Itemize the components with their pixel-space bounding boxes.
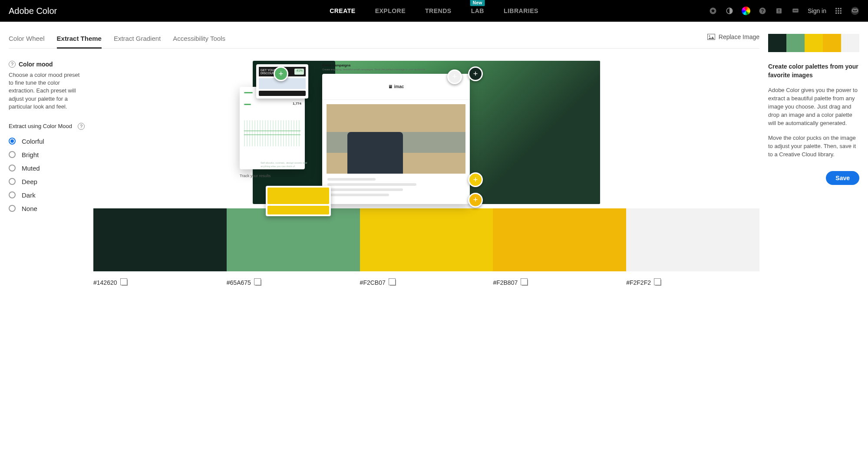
- nav-lab[interactable]: New LAB: [471, 7, 484, 14]
- mood-label: Bright: [22, 151, 39, 158]
- hex-cell-1: #65A675: [227, 279, 360, 286]
- svg-rect-18: [838, 13, 839, 14]
- right-panel: Create color palettes from your favorite…: [759, 22, 859, 286]
- nav-explore[interactable]: EXPLORE: [375, 7, 406, 14]
- left-column: Color Wheel Extract Theme Extract Gradie…: [9, 22, 759, 286]
- content-row: ? Color mood Choose a color mood preset …: [9, 61, 759, 286]
- image-preview[interactable]: Email campaigns Create engaging, beautif…: [253, 61, 600, 204]
- nav-create[interactable]: CREATE: [330, 7, 356, 14]
- hex-row: #142620#65A675#F2CB07#F2B807#F2F2F2: [93, 279, 759, 286]
- hex-value: #F2B807: [493, 279, 518, 286]
- swatch-0[interactable]: [93, 208, 227, 271]
- radio-icon: [9, 178, 16, 185]
- svg-point-9: [795, 10, 796, 11]
- color-puck-0[interactable]: +: [274, 66, 288, 81]
- svg-point-8: [794, 10, 795, 11]
- svg-rect-5: [779, 9, 779, 11]
- mini-swatch-3[interactable]: [823, 34, 841, 52]
- app-logo[interactable]: Adobe Color: [9, 6, 57, 16]
- color-wheel-icon[interactable]: [742, 7, 750, 15]
- apps-icon[interactable]: [834, 7, 843, 15]
- mood-option-muted[interactable]: Muted: [9, 165, 85, 172]
- hex-cell-0: #142620: [93, 279, 227, 286]
- nav-trends[interactable]: TRENDS: [425, 7, 452, 14]
- copy-icon[interactable]: [390, 280, 396, 286]
- subnav-accessibility[interactable]: Accessibility Tools: [173, 30, 225, 48]
- side-desc: Choose a color mood preset to fine tune …: [9, 71, 85, 111]
- mood-list: ColorfulBrightMutedDeepDarkNone: [9, 138, 85, 212]
- cc-icon[interactable]: [851, 7, 859, 15]
- svg-rect-16: [840, 10, 842, 12]
- mock-yellow-card: [266, 186, 331, 216]
- radio-icon: [9, 191, 16, 198]
- mood-label: Muted: [22, 165, 40, 172]
- mock-email-text: Email campaigns Create engaging, beautif…: [322, 63, 435, 72]
- svg-rect-17: [835, 13, 837, 14]
- swatch-4[interactable]: [626, 208, 759, 271]
- mock-dark-sub: Sell ebooks, courses, design assets and …: [261, 161, 317, 168]
- replace-image-button[interactable]: Replace Image: [707, 33, 759, 45]
- image-icon: [707, 34, 715, 40]
- side-title: Color mood: [19, 61, 53, 68]
- copy-icon[interactable]: [255, 280, 261, 286]
- color-puck-2[interactable]: +: [468, 66, 483, 81]
- center-column: Email campaigns Create engaging, beautif…: [93, 61, 759, 286]
- info-icon[interactable]: ?: [9, 61, 16, 68]
- subnav-extract-gradient[interactable]: Extract Gradient: [114, 30, 161, 48]
- mood-label: Colorful: [22, 138, 44, 145]
- chat-icon[interactable]: [791, 7, 800, 15]
- svg-rect-11: [835, 8, 837, 9]
- subnav-wheel[interactable]: Color Wheel: [9, 30, 45, 48]
- svg-rect-12: [838, 8, 839, 9]
- color-puck-3[interactable]: +: [468, 172, 483, 187]
- sidebar: ? Color mood Choose a color mood preset …: [9, 61, 85, 286]
- radio-icon: [9, 138, 16, 145]
- subnav-extract-theme[interactable]: Extract Theme: [57, 30, 102, 48]
- side-title-row: ? Color mood: [9, 61, 85, 68]
- main-nav: CREATE EXPLORE TRENDS New LAB LIBRARIES: [330, 7, 538, 14]
- save-button[interactable]: Save: [826, 171, 859, 185]
- sign-in-link[interactable]: Sign in: [808, 7, 826, 14]
- svg-point-10: [796, 10, 797, 11]
- swatch-2[interactable]: [360, 208, 493, 271]
- subnav-row: Color Wheel Extract Theme Extract Gradie…: [9, 30, 759, 49]
- hex-value: #142620: [93, 279, 117, 286]
- svg-rect-14: [835, 10, 837, 12]
- radio-icon: [9, 151, 16, 158]
- nav-lab-badge: New: [470, 0, 485, 6]
- mood-label: Deep: [22, 178, 37, 185]
- mini-swatch-2[interactable]: [805, 34, 823, 52]
- help-icon[interactable]: ?: [78, 123, 85, 130]
- mini-swatch-4[interactable]: [841, 34, 859, 52]
- nav-libraries[interactable]: LIBRARIES: [504, 7, 538, 14]
- hex-cell-2: #F2CB07: [360, 279, 493, 286]
- copy-icon[interactable]: [655, 280, 661, 286]
- hex-cell-3: #F2B807: [493, 279, 626, 286]
- swatch-1[interactable]: [227, 208, 360, 271]
- radio-icon: [9, 205, 16, 212]
- color-puck-1[interactable]: +: [447, 69, 462, 84]
- copy-icon[interactable]: [122, 280, 128, 286]
- mood-option-bright[interactable]: Bright: [9, 151, 85, 158]
- help-icon[interactable]: ?: [758, 7, 767, 15]
- svg-rect-15: [838, 10, 839, 12]
- radio-icon: [9, 165, 16, 171]
- swatch-row: [93, 208, 759, 271]
- mini-swatch-0[interactable]: [768, 34, 786, 52]
- mood-option-colorful[interactable]: Colorful: [9, 138, 85, 145]
- star-icon[interactable]: [709, 7, 717, 15]
- mock-dark-heading: Sell digital products: [261, 156, 294, 160]
- swatch-3[interactable]: [493, 208, 626, 271]
- mock-photo: [327, 104, 465, 174]
- mood-label: Dark: [22, 191, 36, 199]
- color-puck-4[interactable]: +: [468, 193, 483, 208]
- mini-swatch-1[interactable]: [786, 34, 805, 52]
- page: Color Wheel Extract Theme Extract Gradie…: [0, 22, 868, 286]
- mood-option-deep[interactable]: Deep: [9, 178, 85, 185]
- alert-icon[interactable]: [775, 7, 783, 15]
- copy-icon[interactable]: [522, 280, 528, 286]
- mood-option-none[interactable]: None: [9, 205, 85, 212]
- contrast-icon[interactable]: [725, 7, 734, 15]
- mock-browser-card: 🖥 imac: [322, 74, 470, 204]
- mood-option-dark[interactable]: Dark: [9, 191, 85, 199]
